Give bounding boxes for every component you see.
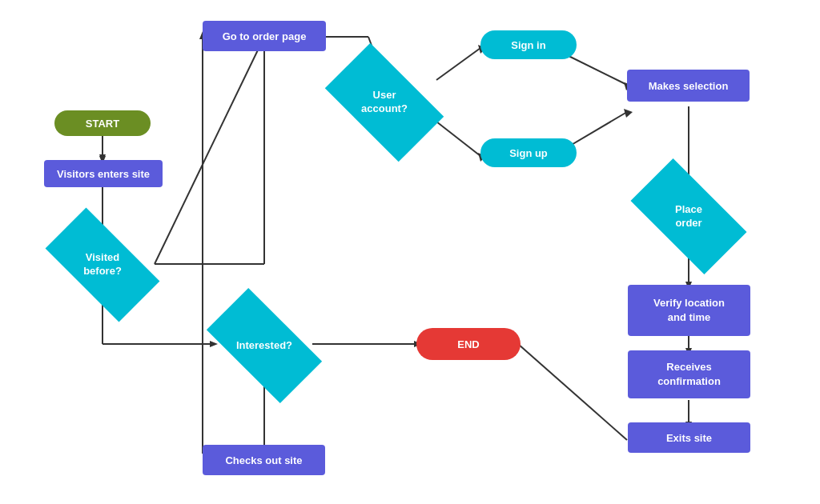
interested-node: Interested? (212, 316, 316, 375)
exits-site-node: Exits site (628, 422, 750, 453)
receives-confirmation-node: Receives confirmation (628, 350, 750, 398)
end-node: END (416, 328, 521, 360)
sign-in-node: Sign in (480, 30, 577, 59)
makes-selection-node: Makes selection (627, 70, 750, 102)
visited-before-node: Visited before? (50, 236, 155, 294)
svg-line-19 (436, 48, 480, 80)
user-account-node: User account? (332, 70, 436, 134)
place-order-node: Place order (637, 186, 741, 246)
visitors-enters-node: Visitors enters site (44, 160, 163, 187)
svg-marker-26 (624, 109, 633, 118)
flowchart-canvas: START Visitors enters site Visited befor… (0, 0, 820, 504)
sign-up-node: Sign up (480, 138, 577, 167)
svg-line-35 (518, 344, 627, 440)
checks-out-site-node: Checks out site (203, 445, 325, 475)
start-node: START (54, 110, 151, 136)
go-to-order-node: Go to order page (203, 21, 326, 51)
svg-line-21 (436, 122, 480, 156)
verify-location-node: Verify location and time (628, 285, 750, 336)
svg-line-5 (155, 37, 264, 264)
